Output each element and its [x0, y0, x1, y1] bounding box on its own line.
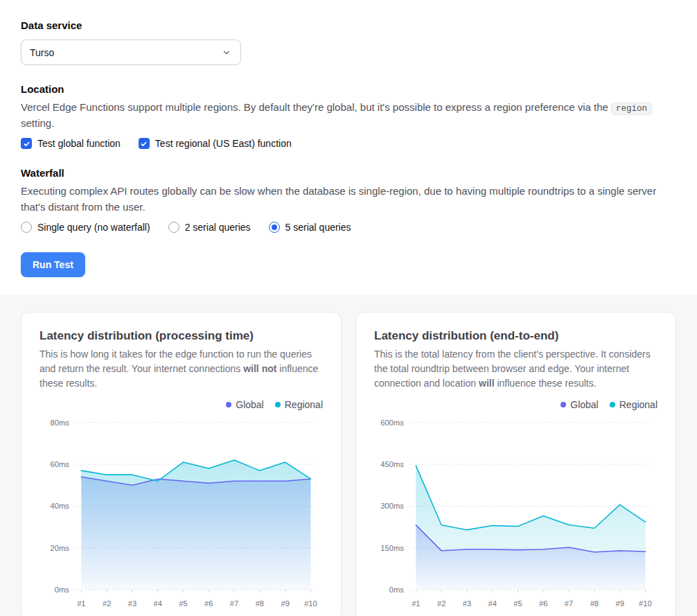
- svg-text:20ms: 20ms: [50, 544, 69, 552]
- card-description: This is how long it takes for the edge f…: [39, 347, 323, 391]
- charts-section: Latency distribution (processing time) T…: [0, 295, 697, 616]
- radio-label: 5 serial queries: [285, 222, 351, 233]
- svg-text:#8: #8: [256, 599, 264, 608]
- chart-legend: Global Regional: [374, 399, 658, 410]
- card-description: This is the total latency from the clien…: [374, 347, 658, 391]
- svg-text:600ms: 600ms: [380, 419, 404, 427]
- svg-text:#1: #1: [77, 599, 85, 608]
- page: Data service Turso Location Vercel Edge …: [0, 0, 697, 616]
- checkbox-test-global[interactable]: Test global function: [21, 138, 121, 149]
- radio-icon: [21, 222, 32, 233]
- svg-text:#3: #3: [463, 599, 471, 608]
- svg-text:450ms: 450ms: [380, 460, 404, 468]
- regional-series-dot: [610, 402, 615, 407]
- checkbox-label: Test global function: [37, 138, 121, 149]
- svg-text:#7: #7: [230, 599, 238, 608]
- legend-label: Global: [236, 399, 263, 410]
- data-service-select[interactable]: Turso: [21, 39, 241, 65]
- svg-text:0ms: 0ms: [389, 586, 405, 594]
- svg-text:#2: #2: [437, 599, 445, 608]
- chart-legend: Global Regional: [39, 399, 323, 410]
- regional-series-dot: [275, 402, 281, 407]
- checkbox-checked-icon: [21, 138, 32, 149]
- run-test-button[interactable]: Run Test: [21, 252, 85, 277]
- svg-text:#1: #1: [412, 599, 420, 608]
- svg-text:#7: #7: [565, 599, 573, 608]
- location-section: Location Vercel Edge Functions support m…: [21, 83, 676, 149]
- waterfall-section: Waterfall Executing complex API routes g…: [21, 167, 676, 233]
- svg-text:60ms: 60ms: [50, 460, 69, 468]
- radio-label: 2 serial queries: [185, 222, 251, 233]
- legend-item-global: Global: [226, 399, 263, 410]
- card-title: Latency distribution (processing time): [39, 329, 323, 343]
- radio-label: Single query (no waterfall): [37, 222, 150, 233]
- svg-text:#6: #6: [204, 599, 213, 608]
- svg-text:150ms: 150ms: [380, 544, 404, 552]
- svg-text:0ms: 0ms: [55, 586, 70, 594]
- waterfall-description: Executing complex API routes globally ca…: [21, 184, 676, 215]
- legend-label: Global: [570, 399, 598, 410]
- data-service-label: Data service: [21, 19, 676, 31]
- checkbox-test-regional[interactable]: Test regional (US East) function: [139, 138, 292, 149]
- waterfall-heading: Waterfall: [21, 167, 676, 179]
- processing-time-card: Latency distribution (processing time) T…: [21, 312, 342, 616]
- global-series-dot: [561, 402, 566, 407]
- legend-item-regional: Regional: [610, 399, 658, 410]
- checkbox-label: Test regional (US East) function: [155, 138, 292, 149]
- radio-single-query[interactable]: Single query (no waterfall): [21, 222, 150, 233]
- svg-text:#9: #9: [281, 599, 289, 608]
- svg-text:#5: #5: [179, 599, 187, 608]
- latency-chart-processing-time: 0ms20ms40ms60ms80ms#1#2#3#4#5#6#7#8#9#10: [39, 414, 323, 610]
- svg-text:#8: #8: [590, 599, 599, 608]
- radio-icon: [168, 222, 179, 233]
- radio-selected-icon: [269, 222, 280, 233]
- svg-text:#9: #9: [615, 599, 624, 608]
- chevron-down-icon: [221, 47, 232, 58]
- svg-text:#4: #4: [488, 599, 497, 608]
- svg-text:80ms: 80ms: [50, 419, 69, 427]
- legend-label: Regional: [619, 399, 658, 410]
- global-series-dot: [226, 402, 231, 407]
- svg-text:#3: #3: [128, 599, 136, 608]
- waterfall-radio-group: Single query (no waterfall) 2 serial que…: [21, 222, 676, 233]
- svg-text:#2: #2: [103, 599, 111, 608]
- svg-text:#5: #5: [513, 599, 522, 608]
- location-description: Vercel Edge Functions support multiple r…: [21, 100, 676, 131]
- svg-text:40ms: 40ms: [50, 502, 69, 511]
- legend-item-regional: Regional: [275, 399, 323, 410]
- data-service-section: Data service Turso: [21, 19, 676, 65]
- svg-text:300ms: 300ms: [380, 502, 404, 511]
- latency-chart-end-to-end: 0ms150ms300ms450ms600ms#1#2#3#4#5#6#7#8#…: [374, 414, 658, 610]
- data-service-selected-value: Turso: [30, 47, 54, 58]
- svg-text:#4: #4: [154, 599, 162, 608]
- test-config-form: Data service Turso Location Vercel Edge …: [0, 0, 697, 277]
- legend-label: Regional: [285, 399, 323, 410]
- checkbox-checked-icon: [139, 138, 150, 149]
- radio-5-serial-queries[interactable]: 5 serial queries: [269, 222, 351, 233]
- radio-2-serial-queries[interactable]: 2 serial queries: [168, 222, 251, 233]
- location-heading: Location: [21, 83, 676, 95]
- svg-text:#10: #10: [304, 599, 317, 608]
- card-title: Latency distribution (end-to-end): [374, 329, 658, 343]
- location-checkbox-group: Test global function Test regional (US E…: [21, 138, 676, 149]
- svg-text:#6: #6: [539, 599, 547, 608]
- end-to-end-card: Latency distribution (end-to-end) This i…: [355, 312, 676, 616]
- legend-item-global: Global: [561, 399, 598, 410]
- svg-text:#10: #10: [639, 599, 652, 608]
